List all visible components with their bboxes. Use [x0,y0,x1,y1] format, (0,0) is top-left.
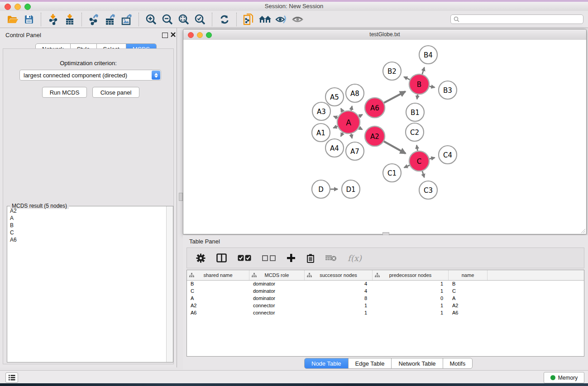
table-cell[interactable]: 1 [305,310,373,317]
zoom-fit-button[interactable] [176,12,192,27]
table-cell[interactable]: 4 [305,288,373,295]
split-pane-divider-handle[interactable] [179,193,183,201]
zoom-selected-button[interactable] [192,12,208,27]
table-cell[interactable]: B [187,281,249,288]
task-history-button[interactable] [5,372,18,383]
column-header-shared-name[interactable]: shared name [187,270,249,280]
tab-edge-table[interactable]: Edge Table [349,358,392,368]
network-graph[interactable]: B4B2BB3A8A5A6A3B1AA1C2A2A4A7C4CC1DD1C3 [183,40,586,234]
table-row[interactable]: Bdominator41B [187,281,584,288]
function-builder-icon[interactable]: f(x) [348,253,362,263]
result-list-item[interactable]: B [7,222,167,229]
column-header-MCDS-role[interactable]: MCDS role [249,270,305,280]
optimization-criterion-dropdown[interactable]: largest connected component (directed) [19,70,161,81]
import-network-button[interactable] [45,12,62,27]
edge-C-C1[interactable] [404,165,410,167]
resize-grip-icon[interactable] [579,227,586,234]
table-cell[interactable]: 4 [305,281,373,288]
search-field[interactable] [450,14,583,24]
home-button[interactable] [257,12,273,27]
table-cell[interactable]: A [449,295,488,302]
table-cell[interactable]: C [449,288,488,295]
table-cell[interactable]: 1 [373,302,449,310]
edge-B-B4[interactable] [422,67,425,74]
export-network-button[interactable] [86,12,102,27]
table-cell[interactable]: B [449,281,488,288]
close-panel-button[interactable]: Close panel [92,87,139,98]
edge-B-B2[interactable] [404,77,410,80]
settings-gear-icon[interactable] [196,253,206,263]
edge-B-B3[interactable] [430,86,435,87]
add-column-icon[interactable] [287,253,296,262]
tab-node-table[interactable]: Node Table [305,358,349,368]
column-header-successor-nodes[interactable]: successor nodes [305,270,373,280]
edge-A-A4[interactable] [341,133,343,137]
edge-A-A1[interactable] [333,126,337,128]
edge-A-A8[interactable] [351,106,352,110]
table-cell[interactable]: dominator [249,281,305,288]
edge-A-A3[interactable] [334,116,338,118]
table-cell[interactable]: 1 [373,310,449,317]
edge-A2-C[interactable] [384,141,406,153]
table-cell[interactable]: 1 [373,281,449,288]
memory-button[interactable]: Memory [544,372,584,383]
deselect-all-checks-icon[interactable] [262,255,276,261]
table-cell[interactable]: 8 [305,295,373,302]
hide-selected-button[interactable] [273,12,290,27]
tab-network-table[interactable]: Network Table [392,358,443,368]
table-row[interactable]: A6connector11A6 [187,310,584,317]
table-cell[interactable]: A2 [449,302,488,310]
edge-A-A2[interactable] [359,128,363,129]
table-cell[interactable]: 1 [305,302,373,310]
table-cell[interactable]: dominator [249,288,305,295]
delete-table-icon[interactable] [325,254,337,262]
table-cell[interactable]: 1 [373,288,449,295]
table-cell[interactable]: connector [249,310,305,317]
result-list-scrollbar[interactable] [166,206,173,362]
close-panel-icon[interactable] [171,32,176,37]
refresh-button[interactable] [216,12,233,27]
select-all-checks-icon[interactable] [238,255,251,261]
table-row[interactable]: Adominator80A [187,295,584,302]
table-row[interactable]: Cdominator41C [187,288,584,295]
float-panel-icon[interactable] [162,33,168,38]
result-list-item[interactable]: C [7,229,167,236]
zoom-in-button[interactable] [143,12,159,27]
delete-column-icon[interactable] [306,253,315,263]
table-cell[interactable]: A6 [187,310,249,317]
result-list-item[interactable]: A6 [7,236,167,243]
column-header-name[interactable]: name [449,270,488,280]
edge-A6-B[interactable] [384,91,405,103]
edge-B-B1[interactable] [417,95,418,99]
search-input[interactable] [461,16,583,23]
table-cell[interactable]: A6 [449,310,488,317]
import-table-button[interactable] [62,12,78,27]
tab-motifs[interactable]: Motifs [443,358,473,368]
edge-A-A6[interactable] [359,114,363,116]
export-table-button[interactable] [102,12,119,27]
run-mcds-button[interactable]: Run MCDS [42,87,87,98]
save-session-button[interactable] [21,12,37,27]
edge-A-A5[interactable] [341,109,343,112]
network-window-titlebar[interactable]: testGlobe.txt [183,29,586,40]
network-canvas[interactable]: B4B2BB3A8A5A6A3B1AA1C2A2A4A7C4CC1DD1C3 [183,40,586,234]
column-header-predecessor-nodes[interactable]: predecessor nodes [373,270,449,280]
edge-C-C3[interactable] [422,171,424,177]
show-all-button[interactable] [290,12,306,27]
table-cell[interactable]: dominator [249,295,305,302]
table-cell[interactable]: A [187,295,249,302]
edge-A-A7[interactable] [351,133,352,138]
table-cell[interactable]: 0 [373,295,449,302]
export-image-button[interactable] [119,12,135,27]
table-cell[interactable]: C [187,288,249,295]
result-list-item[interactable]: A [7,214,167,222]
column-view-icon[interactable] [216,253,227,262]
edge-C-C4[interactable] [429,157,435,159]
open-session-button[interactable] [5,12,21,27]
zoom-out-button[interactable] [159,12,176,27]
edge-C-C2[interactable] [417,145,418,151]
clone-network-button[interactable] [241,12,257,27]
table-row[interactable]: A2connector11A2 [187,302,584,310]
result-list-item[interactable]: A2 [7,207,167,214]
table-cell[interactable]: connector [249,302,305,310]
